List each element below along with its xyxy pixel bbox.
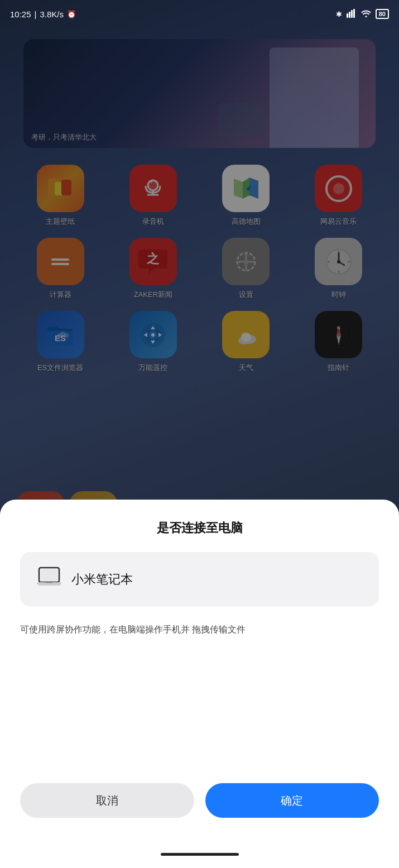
svg-rect-58 (41, 569, 57, 581)
dialog-sheet: 是否连接至电脑 小米笔记本 可使用跨屏协作功能，在电脑端操作手机并 拖拽传输文件… (0, 500, 399, 840)
svg-rect-3 (353, 9, 355, 18)
alarm-icon: ⏰ (67, 10, 76, 18)
time-display: 10:25 (10, 9, 31, 19)
confirm-button[interactable]: 确定 (205, 783, 379, 818)
status-left: 10:25 | 3.8K/s ⏰ (10, 9, 76, 19)
bluetooth-icon: ✱ (336, 10, 342, 18)
separator: | (35, 9, 37, 19)
cancel-button[interactable]: 取消 (20, 783, 194, 818)
network-speed: 3.8K/s (40, 9, 64, 19)
status-bar: 10:25 | 3.8K/s ⏰ ✱ 80 (0, 0, 399, 28)
home-indicator[interactable] (161, 853, 239, 856)
status-right: ✱ 80 (336, 9, 389, 20)
dialog-description: 可使用跨屏协作功能，在电脑端操作手机并 拖拽传输文件 (20, 622, 246, 637)
svg-rect-0 (347, 13, 348, 18)
device-name: 小米笔记本 (71, 571, 133, 588)
svg-rect-2 (351, 10, 353, 18)
nav-bar (0, 840, 399, 868)
laptop-icon (37, 567, 61, 592)
device-card[interactable]: 小米笔记本 (20, 552, 379, 606)
battery-level: 80 (376, 9, 389, 19)
signal-icon (347, 9, 357, 20)
svg-rect-59 (46, 582, 52, 583)
wifi-icon (361, 9, 371, 19)
overlay (0, 0, 399, 541)
battery-icon: 80 (376, 9, 389, 19)
svg-rect-1 (349, 12, 350, 18)
dialog-title: 是否连接至电脑 (157, 520, 243, 536)
dialog-buttons: 取消 确定 (20, 783, 379, 818)
